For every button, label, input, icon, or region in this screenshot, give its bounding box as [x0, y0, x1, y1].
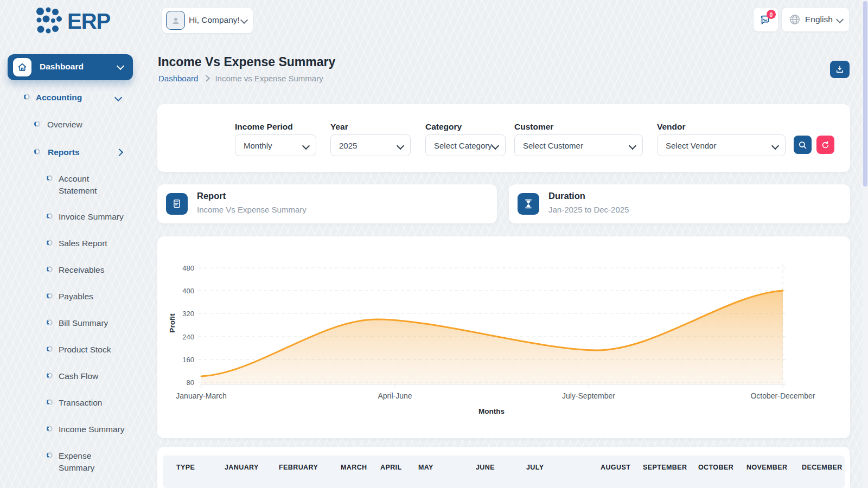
notifications-button[interactable]: 0	[753, 7, 778, 32]
column-header-august: AUGUST	[601, 464, 630, 471]
sidebar-item-invoice-summary[interactable]: Invoice Summary	[0, 210, 146, 223]
column-header-july: JULY	[526, 464, 544, 471]
column-header-february: FEBRUARY	[279, 464, 318, 471]
breadcrumb: Dashboard Income vs Expense Summary	[158, 74, 323, 83]
column-header-may: MAY	[418, 464, 433, 471]
user-avatar	[166, 11, 185, 30]
duration-card-value: Jan-2025 to Dec-2025	[548, 205, 629, 214]
category-select[interactable]: Select Category	[425, 134, 506, 156]
search-icon	[798, 140, 807, 150]
language-selector[interactable]: English	[781, 7, 850, 32]
sidebar-item-payables[interactable]: Payables	[0, 290, 146, 303]
sidebar-item-sales-report[interactable]: Sales Report	[0, 237, 146, 250]
x-axis	[200, 384, 786, 388]
search-button[interactable]	[794, 136, 812, 154]
income-period-label: Income Period	[235, 122, 293, 132]
profit-area-chart: 480 400 320 240 160 80 January-March	[157, 236, 850, 438]
year-label: Year	[330, 122, 348, 132]
bullet-icon	[24, 94, 30, 100]
vendor-label: Vendor	[657, 122, 686, 132]
svg-text:July-September: July-September	[562, 391, 615, 400]
table-header-row	[163, 455, 845, 488]
sidebar-item-income-summary[interactable]: Income Summary	[0, 423, 146, 436]
chevron-down-icon	[629, 142, 636, 150]
download-icon	[835, 65, 845, 74]
scrollbar-thumb[interactable]	[863, 1, 867, 187]
column-header-march: MARCH	[341, 464, 367, 471]
column-header-april: APRIL	[380, 464, 402, 471]
page-title: Income Vs Expense Summary	[158, 55, 335, 69]
x-axis-labels: January-March April-June July-September …	[176, 391, 815, 400]
svg-text:April-June: April-June	[378, 391, 412, 400]
app-logo[interactable]: ERP	[35, 5, 110, 37]
erp-logo-icon	[35, 5, 65, 37]
svg-text:80: 80	[187, 378, 194, 387]
refresh-button[interactable]	[816, 136, 834, 154]
bullet-icon	[47, 240, 53, 246]
svg-text:400: 400	[182, 287, 194, 295]
year-select[interactable]: 2025	[330, 134, 411, 156]
bullet-icon	[34, 121, 40, 127]
breadcrumb-dashboard-link[interactable]: Dashboard	[158, 74, 198, 83]
sidebar-item-label: Dashboard	[40, 62, 84, 72]
chevron-down-icon	[397, 142, 404, 150]
document-icon	[166, 193, 188, 215]
column-header-october: OCTOBER	[698, 464, 733, 471]
profit-chart-card: 480 400 320 240 160 80 January-March	[157, 236, 850, 438]
bullet-icon	[47, 452, 53, 458]
chevron-right-icon	[116, 149, 123, 156]
column-header-january: JANUARY	[225, 464, 259, 471]
report-card-title: Report	[197, 191, 226, 201]
globe-icon	[789, 14, 801, 25]
income-period-select[interactable]: Monthly	[235, 134, 316, 156]
chevron-down-icon	[114, 94, 122, 101]
sidebar-item-account-statement[interactable]: Account Statement	[0, 172, 146, 197]
hourglass-icon	[518, 193, 539, 215]
notification-badge: 0	[767, 10, 776, 19]
app-logo-text: ERP	[67, 9, 110, 34]
bullet-icon	[47, 266, 53, 272]
sidebar-item-product-stock[interactable]: Product Stock	[0, 343, 146, 356]
sidebar-item-accounting[interactable]: Accounting	[0, 91, 146, 104]
sidebar-item-transaction[interactable]: Transaction	[0, 396, 146, 409]
bullet-icon	[47, 399, 53, 405]
user-menu-button[interactable]: Hi, Company!	[162, 7, 253, 34]
profit-area-fill	[201, 291, 783, 384]
y-axis-title: Profit	[168, 313, 176, 333]
sidebar-item-reports[interactable]: Reports	[0, 146, 146, 159]
sidebar-item-bill-summary[interactable]: Bill Summary	[0, 317, 146, 330]
bullet-icon	[47, 426, 53, 432]
chevron-down-icon	[240, 16, 248, 24]
hourglass-icon	[522, 198, 534, 210]
sidebar-item-overview[interactable]: Overview	[0, 118, 146, 131]
language-label: English	[805, 15, 833, 24]
customer-select[interactable]: Select Customer	[514, 134, 643, 156]
bullet-icon	[47, 213, 53, 219]
chevron-down-icon	[117, 62, 124, 70]
customer-label: Customer	[514, 122, 553, 132]
report-card-value: Income Vs Expense Summary	[197, 205, 307, 214]
svg-text:January-March: January-March	[176, 391, 226, 400]
duration-card-title: Duration	[548, 191, 585, 201]
sidebar-item-expense-summary[interactable]: Expense Summary	[0, 450, 146, 474]
sidebar-item-cash-flow[interactable]: Cash Flow	[0, 370, 146, 383]
chevron-down-icon	[302, 142, 310, 150]
sidebar-item-receivables[interactable]: Receivables	[0, 264, 146, 277]
erp-dashboard: ERP Dashboard Accounting Overview Report…	[0, 0, 868, 488]
column-header-september: SEPTEMBER	[643, 464, 687, 471]
user-greeting: Hi, Company!	[189, 15, 240, 25]
download-button[interactable]	[830, 61, 850, 78]
vendor-select[interactable]: Select Vendor	[657, 134, 786, 156]
bullet-icon	[47, 293, 53, 299]
duration-card: Duration Jan-2025 to Dec-2025	[509, 184, 850, 223]
svg-text:160: 160	[182, 356, 194, 364]
income-expense-table: TYPE JANUARY FEBRUARY MARCH APRIL MAY JU…	[157, 447, 850, 488]
chevron-down-icon	[771, 142, 779, 150]
home-icon	[13, 58, 31, 76]
sidebar-item-dashboard[interactable]: Dashboard	[8, 54, 133, 80]
chevron-down-icon	[836, 16, 844, 23]
filter-bar: Income Period Monthly Year 2025 Category…	[157, 104, 850, 172]
bullet-icon	[47, 346, 53, 352]
bullet-icon	[47, 319, 53, 325]
svg-text:320: 320	[182, 310, 194, 318]
